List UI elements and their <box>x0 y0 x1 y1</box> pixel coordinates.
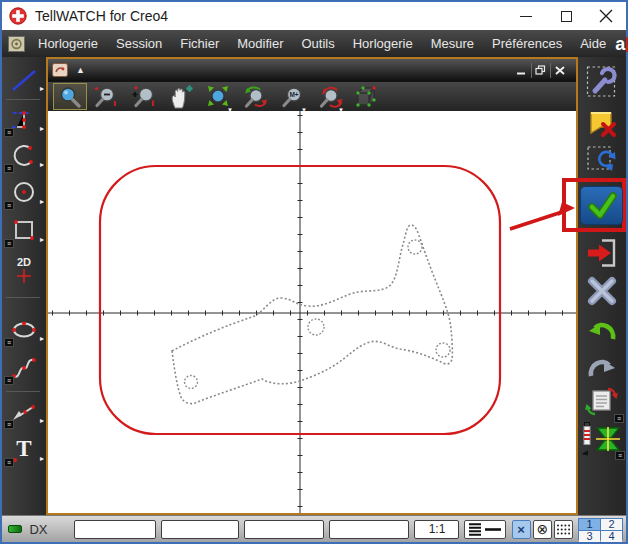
flyout-arrow-icon[interactable]: ▸ <box>40 236 44 244</box>
line-style-button[interactable] <box>464 520 505 539</box>
viewport-1-button[interactable]: 1 <box>579 519 600 530</box>
menu-mesure[interactable]: Mesure <box>422 36 483 51</box>
flyout-arrow-icon[interactable]: ▸ <box>40 198 44 206</box>
flyout-arrow-icon[interactable]: ▸ <box>40 125 44 133</box>
close-button[interactable] <box>586 2 626 30</box>
leader-arrow-tool[interactable]: ≡ ▸ <box>4 395 44 429</box>
flyout-arrow-icon[interactable]: ▸ <box>40 85 44 93</box>
child-restore-button[interactable] <box>531 63 549 78</box>
symmetry-tool-icon[interactable] <box>594 426 622 452</box>
ellipse-tool[interactable]: ≡ ▸ <box>4 313 44 347</box>
menu-fichier[interactable]: Fichier <box>171 36 228 51</box>
spline-tool[interactable]: ≡ <box>4 351 44 385</box>
probe-tool-icon[interactable] <box>581 422 593 456</box>
menu-app-icon <box>8 36 25 52</box>
exit-apply-button[interactable] <box>586 237 618 273</box>
view-cube-3d-icon <box>352 84 380 110</box>
redo-button[interactable] <box>587 352 617 384</box>
circle-tool[interactable]: ≡ ▸ <box>4 176 44 210</box>
flyout-arrow-icon[interactable]: ▸ <box>40 417 44 425</box>
zoom-previous-icon <box>240 85 270 109</box>
line-icon <box>10 66 38 94</box>
flyout-arrow-icon[interactable]: ▸ <box>40 335 44 343</box>
refresh-icon <box>586 143 618 175</box>
zoom-memory-button[interactable]: M+ ▼ <box>275 83 309 110</box>
logo-letter-a: a <box>615 35 625 53</box>
grid-toggle[interactable] <box>554 520 573 539</box>
2d-point-tool[interactable]: 2D <box>4 249 44 291</box>
tool-menu-icon[interactable]: ≡ <box>4 420 14 429</box>
toolbar-separator <box>6 297 40 298</box>
zoom-region-icon <box>57 85 83 109</box>
tool-menu-icon[interactable]: ≡ <box>4 338 14 347</box>
leader-arrow-icon <box>10 398 38 426</box>
child-minimize-button[interactable] <box>512 63 530 78</box>
flyout-arrow-icon[interactable]: ▸ <box>40 455 44 463</box>
child-close-button[interactable] <box>550 63 568 78</box>
coordinate-field-4[interactable] <box>329 520 409 539</box>
circle-icon <box>10 179 38 207</box>
tool-menu-icon[interactable]: ≡ <box>4 128 14 137</box>
tool-menu-icon[interactable]: ≡ <box>4 376 14 385</box>
snap-circle-toggle[interactable]: ⊗ <box>533 520 552 539</box>
menu-preferences[interactable]: Préférences <box>483 36 571 51</box>
undo-button[interactable] <box>587 315 617 347</box>
zoom-fit-button[interactable]: ▼ <box>201 83 235 110</box>
app-window: TellWATCH for Creo4 Horlogerie Session F… <box>0 0 628 544</box>
delete-note-icon <box>586 107 618 139</box>
coordinate-field-3[interactable] <box>244 520 324 539</box>
coordinate-field-1[interactable] <box>74 520 156 539</box>
text-tool[interactable]: T ≡ ▸ <box>4 429 44 467</box>
tool-menu-icon[interactable]: ≡ <box>4 201 14 210</box>
undo-icon <box>587 315 617 343</box>
menu-horlogerie-2[interactable]: Horlogerie <box>344 36 422 51</box>
main-area: ▸ ≡ ▸ ≡ ▸ <box>2 57 626 515</box>
confirm-check-button[interactable] <box>580 186 623 225</box>
maximize-button[interactable] <box>546 2 586 30</box>
tool-menu-icon[interactable]: ≡ <box>615 451 625 460</box>
rollup-pin-icon[interactable]: ▲ <box>76 65 85 75</box>
zoom-out-button[interactable] <box>90 83 124 110</box>
drawing-canvas[interactable] <box>48 111 576 513</box>
zoom-region-button[interactable] <box>53 83 87 110</box>
viewport-4-button[interactable]: 4 <box>601 531 622 542</box>
blue-x-icon: × <box>517 523 525 536</box>
menu-session[interactable]: Session <box>107 36 171 51</box>
delete-note-button[interactable] <box>586 107 618 143</box>
menu-horlogerie-1[interactable]: Horlogerie <box>29 36 107 51</box>
cancel-cross-icon <box>586 275 618 307</box>
tool-menu-icon[interactable]: ≡ <box>4 458 14 467</box>
snap-cross-toggle[interactable]: × <box>512 520 531 539</box>
coordinate-field-2[interactable] <box>161 520 239 539</box>
pan-button[interactable] <box>164 83 198 110</box>
update-document-button[interactable]: ≡ <box>584 383 620 425</box>
zoom-previous-button[interactable] <box>238 83 272 110</box>
scale-field[interactable] <box>414 520 459 539</box>
cancel-cross-button[interactable] <box>586 275 618 311</box>
2d-label: 2D <box>17 256 31 268</box>
zoom-rotate-button[interactable]: ▼ <box>312 83 346 110</box>
arc-tool[interactable]: ≡ ▸ <box>4 139 44 173</box>
tool-menu-icon[interactable]: ≡ <box>4 164 14 173</box>
refresh-selection-button[interactable] <box>586 143 618 179</box>
zoom-in-icon <box>130 85 158 109</box>
construction-line-tool[interactable]: ≡ ▸ <box>4 103 44 137</box>
confirm-highlight-box <box>562 178 626 232</box>
rectangle-tool[interactable]: ≡ ▸ <box>4 214 44 248</box>
tool-menu-icon[interactable]: ≡ <box>4 239 14 248</box>
flyout-arrow-icon[interactable]: ▸ <box>40 161 44 169</box>
minimize-button[interactable] <box>506 2 546 30</box>
menu-modifier[interactable]: Modifier <box>228 36 292 51</box>
line-tool[interactable]: ▸ <box>4 63 44 97</box>
action-toolbar: ≡ ≡ <box>578 57 626 515</box>
zoom-memory-icon: M+ <box>278 85 306 109</box>
menu-outils[interactable]: Outils <box>293 36 344 51</box>
viewport-2-button[interactable]: 2 <box>601 519 622 530</box>
viewport-3-button[interactable]: 3 <box>579 531 600 542</box>
child-title-bar[interactable]: ▲ <box>48 59 576 81</box>
options-wrench-button[interactable] <box>586 65 618 103</box>
dx-label: DX <box>29 522 47 537</box>
menu-aide[interactable]: Aide <box>571 36 615 51</box>
view-cube-button[interactable] <box>349 83 383 110</box>
zoom-in-button[interactable] <box>127 83 161 110</box>
